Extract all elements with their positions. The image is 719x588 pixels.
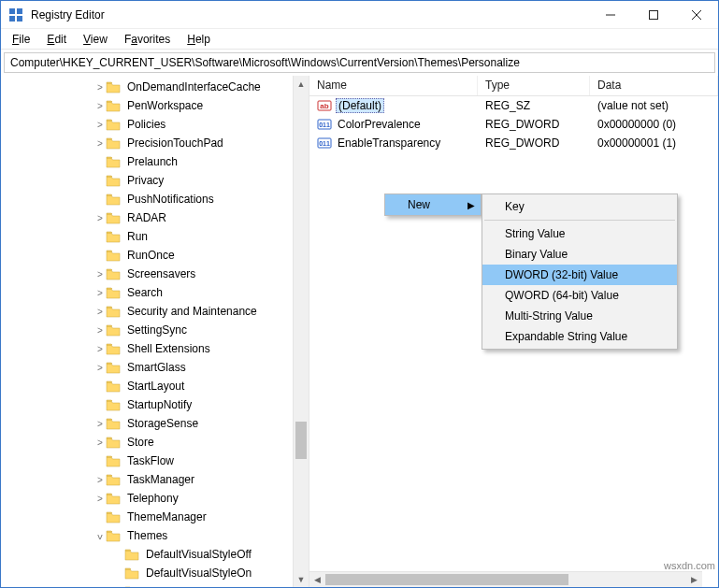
list-row[interactable]: ab(Default)REG_SZ(value not set) <box>309 96 718 115</box>
tree-item-label: StartLayout <box>124 380 187 393</box>
tree-item-privacy[interactable]: Privacy <box>1 171 309 190</box>
column-header-name[interactable]: Name <box>309 76 478 95</box>
context-menu-new[interactable]: New ▶ <box>385 194 481 215</box>
submenu-dword-32bit[interactable]: DWORD (32-bit) Value <box>482 265 677 285</box>
tree-item-settingsync[interactable]: >SettingSync <box>1 321 309 339</box>
tree-item-label: Screensavers <box>124 267 198 280</box>
tree-item-highcontrast[interactable]: HighContrast <box>1 582 309 587</box>
chevron-right-icon[interactable]: > <box>94 344 106 354</box>
value-data: 0x00000001 (1) <box>590 136 718 150</box>
tree-item-store[interactable]: >Store <box>1 433 309 452</box>
tree-item-thememanager[interactable]: ThemeManager <box>1 508 309 526</box>
folder-icon <box>106 305 121 318</box>
tree-item-ondemandinterfacecache[interactable]: >OnDemandInterfaceCache <box>1 78 309 96</box>
tree-item-smartglass[interactable]: >SmartGlass <box>1 358 309 377</box>
tree-item-defaultvisualstyleon[interactable]: DefaultVisualStyleOn <box>1 564 309 582</box>
tree-item-taskmanager[interactable]: >TaskManager <box>1 470 309 489</box>
tree-item-policies[interactable]: >Policies <box>1 115 309 134</box>
menu-edit[interactable]: Edit <box>39 31 74 48</box>
submenu-multistring[interactable]: Multi-String Value <box>482 306 677 326</box>
tree-item-label: PrecisionTouchPad <box>124 136 226 150</box>
folder-icon <box>106 510 121 523</box>
menu-favorites[interactable]: Favorites <box>117 31 178 48</box>
tree-item-label: Prelaunch <box>124 155 180 168</box>
folder-icon <box>106 155 121 168</box>
menu-file[interactable]: File <box>5 31 37 48</box>
tree-item-runonce[interactable]: RunOnce <box>1 246 309 265</box>
tree-item-shell-extensions[interactable]: >Shell Extensions <box>1 339 309 358</box>
chevron-right-icon[interactable]: > <box>94 475 106 485</box>
scrollbar-thumb[interactable] <box>295 422 307 459</box>
menu-help[interactable]: Help <box>180 31 218 48</box>
chevron-right-icon[interactable]: > <box>94 288 106 298</box>
scroll-left-icon[interactable]: ◀ <box>309 572 325 587</box>
main-area: >OnDemandInterfaceCache>PenWorkspace>Pol… <box>1 76 718 587</box>
menu-view[interactable]: View <box>76 31 115 48</box>
tree-item-defaultvisualstyleoff[interactable]: DefaultVisualStyleOff <box>1 545 309 564</box>
chevron-down-icon[interactable]: ⅴ <box>94 531 106 541</box>
value-name: EnableTransparency <box>336 136 442 150</box>
tree-item-pushnotifications[interactable]: PushNotifications <box>1 190 309 208</box>
folder-icon <box>106 492 121 505</box>
tree-item-storagesense[interactable]: >StorageSense <box>1 414 309 433</box>
chevron-right-icon[interactable]: > <box>94 419 106 429</box>
submenu-qword-64bit[interactable]: QWORD (64-bit) Value <box>482 285 677 306</box>
tree-item-taskflow[interactable]: TaskFlow <box>1 452 309 470</box>
folder-icon <box>106 99 121 112</box>
scrollbar-thumb-h[interactable] <box>325 574 568 585</box>
minimize-button[interactable] <box>589 1 632 29</box>
tree-item-label: StartupNotify <box>124 398 194 411</box>
tree-item-precisiontouchpad[interactable]: >PrecisionTouchPad <box>1 134 309 152</box>
list-scrollbar-horizontal[interactable]: ◀ ▶ <box>309 571 702 587</box>
chevron-right-icon[interactable]: > <box>94 437 106 448</box>
tree-item-telephony[interactable]: >Telephony <box>1 489 309 508</box>
submenu-expandable[interactable]: Expandable String Value <box>482 326 677 347</box>
list-header: Name Type Data <box>309 76 718 96</box>
chevron-right-icon[interactable]: > <box>94 138 106 149</box>
tree-scrollbar-vertical[interactable]: ▲ ▼ <box>293 76 309 587</box>
address-bar[interactable]: Computer\HKEY_CURRENT_USER\Software\Micr… <box>4 52 715 73</box>
column-header-type[interactable]: Type <box>478 76 590 95</box>
svg-text:ab: ab <box>320 102 328 110</box>
tree-item-search[interactable]: >Search <box>1 283 309 302</box>
column-header-data[interactable]: Data <box>590 76 718 95</box>
submenu-arrow-icon: ▶ <box>467 200 475 210</box>
tree-item-prelaunch[interactable]: Prelaunch <box>1 152 309 171</box>
tree-item-screensavers[interactable]: >Screensavers <box>1 265 309 283</box>
tree-item-label: ThemeManager <box>124 510 209 523</box>
list-row[interactable]: 011ColorPrevalenceREG_DWORD0x00000000 (0… <box>309 115 718 134</box>
tree-item-label: Security and Maintenance <box>124 305 260 318</box>
tree-item-radar[interactable]: >RADAR <box>1 208 309 227</box>
folder-icon <box>106 529 121 542</box>
submenu-string-value[interactable]: String Value <box>482 223 677 244</box>
chevron-right-icon[interactable]: > <box>94 269 106 280</box>
list-row[interactable]: 011EnableTransparencyREG_DWORD0x00000001… <box>309 134 718 152</box>
submenu-key[interactable]: Key <box>482 196 677 217</box>
tree-item-penworkspace[interactable]: >PenWorkspace <box>1 96 309 115</box>
scroll-up-icon[interactable]: ▲ <box>294 76 309 92</box>
close-button[interactable] <box>675 1 718 29</box>
chevron-right-icon[interactable]: > <box>94 82 106 93</box>
chevron-right-icon[interactable]: > <box>94 325 106 336</box>
value-type: REG_SZ <box>478 99 590 112</box>
tree-item-startupnotify[interactable]: StartupNotify <box>1 395 309 414</box>
tree-item-security-and-maintenance[interactable]: >Security and Maintenance <box>1 302 309 321</box>
submenu-binary-value[interactable]: Binary Value <box>482 244 677 265</box>
dword-value-icon: 011 <box>317 117 332 132</box>
value-name: (Default) <box>336 98 384 113</box>
scroll-right-icon[interactable]: ▶ <box>686 572 702 587</box>
tree-item-startlayout[interactable]: StartLayout <box>1 377 309 395</box>
chevron-right-icon[interactable]: > <box>94 307 106 317</box>
tree-item-themes[interactable]: ⅴThemes <box>1 526 309 545</box>
maximize-button[interactable] <box>632 1 675 29</box>
chevron-right-icon[interactable]: > <box>94 363 106 373</box>
menubar: File Edit View Favorites Help <box>1 29 718 50</box>
folder-icon <box>124 566 139 580</box>
tree-item-run[interactable]: Run <box>1 227 309 246</box>
chevron-right-icon[interactable]: > <box>94 120 106 130</box>
chevron-right-icon[interactable]: > <box>94 494 106 504</box>
chevron-right-icon[interactable]: > <box>94 101 106 111</box>
context-menu-new-label: New <box>408 198 430 211</box>
scroll-down-icon[interactable]: ▼ <box>294 571 309 587</box>
chevron-right-icon[interactable]: > <box>94 213 106 223</box>
